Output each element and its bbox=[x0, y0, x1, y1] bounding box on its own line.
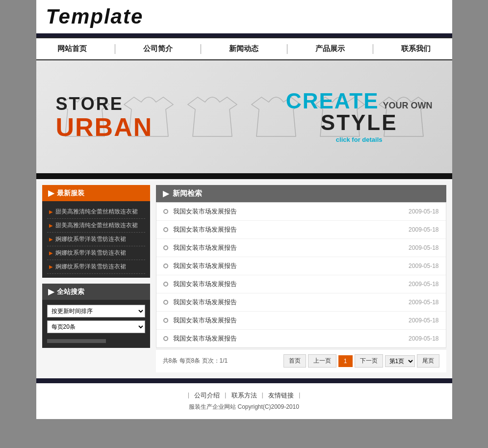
news-dot-icon bbox=[163, 336, 168, 341]
pagination-buttons: 首页 上一页 1 下一页 第1页 尾页 bbox=[283, 354, 439, 368]
banner-right: CREATE YOUR OWN STYLE click for details bbox=[286, 90, 433, 143]
footer-sep: | bbox=[225, 391, 226, 400]
sort-select[interactable]: 按更新时间排序按热度排序 bbox=[47, 305, 145, 317]
news-item-title[interactable]: 我国女装市场发展报告 bbox=[173, 262, 404, 270]
news-dot-icon bbox=[163, 209, 168, 214]
nav-item-3[interactable]: 产品展示 bbox=[301, 38, 360, 59]
nav-link-4[interactable]: 联系我们 bbox=[386, 38, 445, 59]
sidebar-arrow-icon: ▶ bbox=[49, 237, 53, 242]
main-nav: 网站首页公司简介新闻动态产品展示联系我们 bbox=[36, 37, 452, 60]
sidebar-item-label: 甜美高雅清纯全蕾丝精致连衣裙 bbox=[55, 221, 138, 230]
news-dot-icon bbox=[163, 245, 168, 250]
banner: STORE URBAN CREATE YOUR OWN STYLE click … bbox=[36, 60, 452, 173]
footer-links: | 公司介绍|联系方法|友情链接 | bbox=[46, 391, 442, 400]
page-jump-select[interactable]: 第1页 bbox=[385, 355, 415, 367]
banner-left: STORE URBAN bbox=[56, 94, 153, 140]
news-item-date: 2009-05-18 bbox=[409, 281, 438, 288]
footer: | 公司介绍|联系方法|友情链接 | 服装生产企业网站 Copyright(C)… bbox=[36, 383, 452, 419]
nav-item-0[interactable]: 网站首页 bbox=[43, 38, 102, 59]
footer-sep-start: | bbox=[188, 391, 189, 400]
footer-link-2[interactable]: 友情链接 bbox=[268, 391, 294, 400]
banner-style-text: STYLE bbox=[286, 112, 433, 133]
nav-item-2[interactable]: 新闻动态 bbox=[214, 38, 273, 59]
sidebar: ▶ 最新服装 ▶甜美高雅清纯全蕾丝精致连衣裙▶甜美高雅清纯全蕾丝精致连衣裙▶婀娜… bbox=[42, 185, 150, 372]
sidebar-item-label: 婀娜纹系带洋装雪纺连衣裙 bbox=[55, 235, 126, 243]
latest-fashion-title: 最新服装 bbox=[57, 189, 84, 198]
news-item-title[interactable]: 我国女装市场发展报告 bbox=[173, 298, 404, 307]
news-item: 我国女装市场发展报告 2009-05-18 bbox=[156, 293, 446, 312]
search-header: ▶ 全站搜索 bbox=[42, 284, 150, 300]
dark-separator bbox=[36, 173, 452, 179]
news-content: ▶ 新闻检索 我国女装市场发展报告 2009-05-18 我国女装市场发展报告 … bbox=[156, 185, 446, 372]
news-item-title[interactable]: 我国女装市场发展报告 bbox=[173, 280, 404, 289]
search-arrow-icon: ▶ bbox=[48, 287, 54, 296]
site-title: Template bbox=[46, 5, 144, 28]
news-dot-icon bbox=[163, 282, 168, 287]
nav-link-1[interactable]: 公司简介 bbox=[128, 38, 187, 59]
news-item-title[interactable]: 我国女装市场发展报告 bbox=[173, 207, 404, 216]
news-item: 我国女装市场发展报告 2009-05-18 bbox=[156, 330, 446, 347]
nav-link-2[interactable]: 新闻动态 bbox=[214, 38, 273, 59]
nav-link-0[interactable]: 网站首页 bbox=[43, 38, 102, 59]
latest-arrow-icon: ▶ bbox=[48, 188, 54, 198]
footer-link-0[interactable]: 公司介绍 bbox=[194, 391, 220, 400]
sidebar-arrow-icon: ▶ bbox=[49, 209, 53, 214]
news-item-title[interactable]: 我国女装市场发展报告 bbox=[173, 316, 404, 325]
per-page-select[interactable]: 每页20条每页50条 bbox=[47, 320, 145, 333]
nav-item-4[interactable]: 联系我们 bbox=[386, 38, 445, 59]
news-item-date: 2009-05-18 bbox=[409, 317, 438, 324]
news-item: 我国女装市场发展报告 2009-05-18 bbox=[156, 221, 446, 239]
sidebar-item-2[interactable]: ▶婀娜纹系带洋装雪纺连衣裙 bbox=[47, 233, 145, 246]
footer-copyright: 服装生产企业网站 Copyright(C)2009-2010 bbox=[46, 403, 442, 411]
news-item-date: 2009-05-18 bbox=[409, 244, 438, 251]
search-title: 全站搜索 bbox=[57, 288, 84, 296]
pagination-bar: 共8条 每页8条 页次：1/1 首页 上一页 1 下一页 第1页 尾页 bbox=[156, 349, 446, 372]
sidebar-arrow-icon: ▶ bbox=[49, 250, 53, 256]
footer-dark-bar bbox=[36, 378, 452, 383]
footer-sep-end: | bbox=[299, 391, 300, 400]
footer-link-1[interactable]: 联系方法 bbox=[231, 391, 257, 400]
news-header: ▶ 新闻检索 bbox=[156, 185, 446, 202]
search-button[interactable] bbox=[47, 339, 106, 343]
banner-urban-text: URBAN bbox=[56, 114, 153, 140]
pagination-info: 共8条 每页8条 页次：1/1 bbox=[163, 357, 228, 365]
first-page-btn[interactable]: 首页 bbox=[283, 354, 306, 368]
sidebar-item-1[interactable]: ▶甜美高雅清纯全蕾丝精致连衣裙 bbox=[47, 219, 145, 233]
prev-page-btn[interactable]: 上一页 bbox=[308, 354, 336, 368]
news-item-title[interactable]: 我国女装市场发展报告 bbox=[173, 334, 404, 343]
sidebar-item-3[interactable]: ▶婀娜纹系带洋装雪纺连衣裙 bbox=[47, 246, 145, 260]
sidebar-arrow-icon: ▶ bbox=[49, 223, 53, 228]
nav-item-1[interactable]: 公司简介 bbox=[128, 38, 187, 59]
news-item-title[interactable]: 我国女装市场发展报告 bbox=[173, 243, 404, 252]
news-dot-icon bbox=[163, 318, 168, 323]
news-dot-icon bbox=[163, 300, 168, 305]
news-item-title[interactable]: 我国女装市场发展报告 bbox=[173, 225, 404, 234]
banner-create-text: CREATE bbox=[286, 90, 379, 112]
nav-link-3[interactable]: 产品展示 bbox=[301, 38, 360, 59]
news-item: 我国女装市场发展报告 2009-05-18 bbox=[156, 239, 446, 257]
latest-fashion-body: ▶甜美高雅清纯全蕾丝精致连衣裙▶甜美高雅清纯全蕾丝精致连衣裙▶婀娜纹系带洋装雪纺… bbox=[42, 201, 150, 278]
banner-click-text: click for details bbox=[286, 136, 433, 143]
news-item-date: 2009-05-18 bbox=[409, 263, 438, 269]
last-page-btn[interactable]: 尾页 bbox=[417, 354, 439, 368]
next-page-btn[interactable]: 下一页 bbox=[355, 354, 383, 368]
sidebar-item-4[interactable]: ▶婀娜纹系带洋装雪纺连衣裙 bbox=[47, 260, 145, 274]
latest-fashion-section: ▶ 最新服装 ▶甜美高雅清纯全蕾丝精致连衣裙▶甜美高雅清纯全蕾丝精致连衣裙▶婀娜… bbox=[42, 185, 150, 278]
sidebar-item-0[interactable]: ▶甜美高雅清纯全蕾丝精致连衣裙 bbox=[47, 205, 145, 219]
sidebar-item-label: 婀娜纹系带洋装雪纺连衣裙 bbox=[55, 249, 126, 257]
current-page-btn[interactable]: 1 bbox=[338, 355, 353, 367]
news-item: 我国女装市场发展报告 2009-05-18 bbox=[156, 203, 446, 221]
news-dot-icon bbox=[163, 227, 168, 232]
news-title: 新闻检索 bbox=[173, 189, 202, 198]
sidebar-item-label: 甜美高雅清纯全蕾丝精致连衣裙 bbox=[55, 208, 138, 216]
news-item: 我国女装市场发展报告 2009-05-18 bbox=[156, 312, 446, 330]
news-item: 我国女装市场发展报告 2009-05-18 bbox=[156, 257, 446, 275]
news-item-date: 2009-05-18 bbox=[409, 208, 438, 215]
sidebar-arrow-icon: ▶ bbox=[49, 264, 53, 269]
news-item: 我国女装市场发展报告 2009-05-18 bbox=[156, 275, 446, 293]
search-body: 按更新时间排序按热度排序 每页20条每页50条 bbox=[42, 300, 150, 348]
news-dot-icon bbox=[163, 264, 168, 268]
sidebar-item-label: 婀娜纹系带洋装雪纺连衣裙 bbox=[55, 263, 126, 271]
news-arrow-icon: ▶ bbox=[163, 189, 169, 198]
latest-fashion-header: ▶ 最新服装 bbox=[42, 185, 150, 201]
